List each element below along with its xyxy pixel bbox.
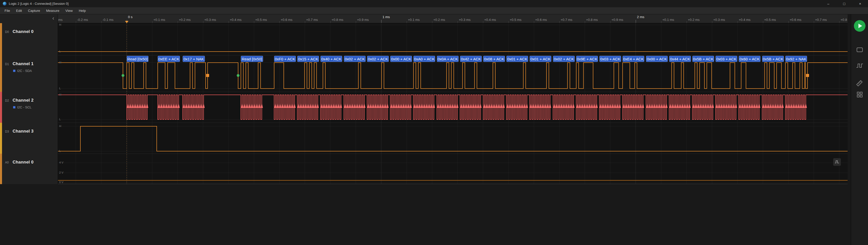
i2c-start-marker — [237, 74, 240, 77]
ruler-tick — [559, 21, 560, 23]
level-label: H — [59, 125, 61, 128]
channel-id-badge: D0 — [5, 30, 10, 34]
i2c-decode-bubble[interactable]: 0x00 + ACK — [646, 56, 668, 62]
i2c-decode-bubble[interactable]: 0x17 + NAK — [183, 56, 205, 62]
channel-sidebar: ‹ D0Channel 0D1Channel 1I2C - SDAD2Chann… — [0, 14, 58, 184]
menu-view[interactable]: View — [62, 9, 76, 12]
channel-label: D1Channel 1 — [5, 61, 33, 66]
menu-file[interactable]: File — [1, 9, 13, 12]
timeline-ruler[interactable]: -0.3 ms-0.2 ms-0.1 ms0 s+0.1 ms+0.2 ms+0… — [58, 14, 847, 23]
i2c-decode-bubble[interactable]: 0x40 + ACK — [320, 56, 342, 62]
i2c-start-marker — [122, 74, 124, 77]
analyzer-label[interactable]: I2C - SDA — [13, 69, 32, 73]
ruler-tick-label: +0.6 ms — [281, 18, 292, 22]
ruler-tick — [839, 21, 840, 23]
ruler-tick — [814, 21, 814, 23]
level-label: L — [59, 50, 61, 53]
analog-measure-button[interactable] — [833, 158, 841, 166]
channel-name: Channel 1 — [12, 61, 33, 66]
minimize-button[interactable]: – — [820, 0, 836, 7]
collapse-sidebar-icon[interactable]: ‹ — [53, 15, 54, 22]
analyzer-label[interactable]: I2C - SCL — [13, 105, 31, 109]
ruler-tick-label: 2 ms — [637, 15, 644, 19]
i2c-decode-bubble[interactable]: 0x44 + ACK — [669, 56, 691, 62]
ruler-tick-label: +0.3 ms — [713, 18, 725, 22]
menu-measure[interactable]: Measure — [43, 9, 62, 12]
level-label: 2 V — [59, 171, 63, 174]
ruler-tick-label: +0.3 ms — [459, 18, 471, 22]
ruler-tick-label: 0 s — [128, 15, 132, 19]
waveform-area[interactable]: -0.3 ms-0.2 ms-0.1 ms0 s+0.1 ms+0.2 ms+0… — [58, 14, 847, 184]
trigger-marker-icon[interactable] — [125, 21, 128, 23]
ruler-tick-label: +0.8 ms — [586, 18, 598, 22]
i2c-decode-bubble[interactable]: 0xEE + ACK — [158, 56, 180, 62]
i2c-decode-bubble[interactable]: 0x08 + ACK — [483, 56, 505, 62]
menu-capture[interactable]: Capture — [25, 9, 43, 12]
ruler-tick — [432, 21, 432, 23]
window-title: Logic 2 [Logic 4 - Connected] [Session 0… — [9, 2, 68, 5]
extensions-icon[interactable] — [856, 90, 864, 99]
i2c-decode-bubble[interactable]: 0x0A + ACK — [437, 56, 459, 62]
ruler-tick-label: 1 ms — [382, 15, 390, 19]
ruler-tick — [712, 21, 712, 23]
menu-edit[interactable]: Edit — [13, 9, 25, 12]
ruler-tick-label: +0.1 ms — [662, 18, 674, 22]
i2c-decode-bubble[interactable]: 0x03 + ACK — [599, 56, 621, 62]
start-capture-button[interactable] — [854, 20, 866, 32]
i2c-decode-bubble[interactable]: 0xF0 + ACK — [274, 56, 296, 62]
channel-name: Channel 0 — [12, 29, 33, 34]
channel-row-A0[interactable]: A0Channel 0 — [0, 154, 58, 184]
channel-row-D0[interactable]: D0Channel 0 — [0, 23, 58, 55]
ruler-tick-label: +0.5 ms — [255, 18, 267, 22]
i2c-decode-bubble[interactable]: 0x9E + ACK — [576, 56, 598, 62]
ruler-tick — [508, 21, 509, 23]
level-label: L — [59, 118, 61, 121]
channel-color-strip — [0, 123, 2, 154]
i2c-decode-bubble[interactable]: 0x02 + ACK — [367, 56, 389, 62]
ruler-tick-label: +0.2 ms — [179, 18, 191, 22]
i2c-decode-bubble[interactable]: 0x01 + ACK — [530, 56, 551, 62]
i2c-decode-bubble[interactable]: 0x92 + NAK — [785, 56, 807, 62]
ruler-tick-label: +0.5 ms — [510, 18, 522, 22]
ruler-tick — [407, 21, 407, 23]
i2c-decode-bubble[interactable]: 0x01 + ACK — [506, 56, 528, 62]
channel-id-badge: D3 — [5, 130, 10, 133]
maximize-button[interactable]: □ — [836, 0, 852, 7]
ruler-tick — [330, 21, 331, 23]
ruler-tick-label: -0.2 ms — [77, 18, 88, 22]
i2c-decode-bubble[interactable]: 0x02 + ACK — [553, 56, 575, 62]
play-icon — [859, 24, 862, 28]
analyzer-color-icon — [13, 106, 16, 108]
level-label: L — [59, 149, 61, 152]
i2c-decode-bubble[interactable]: Read [0x50] — [127, 56, 148, 62]
ruler-tick-label: +0.6 ms — [535, 18, 547, 22]
i2c-decode-bubble[interactable]: 0x5B + ACK — [692, 56, 714, 62]
analyzers-icon[interactable] — [856, 61, 864, 70]
ruler-tick-label: +0.3 ms — [204, 18, 216, 22]
i2c-decode-bubble[interactable]: 0x15 + ACK — [297, 56, 319, 62]
menu-help[interactable]: Help — [76, 9, 89, 12]
i2c-decode-bubble[interactable]: 0x5B + ACK — [762, 56, 784, 62]
i2c-decode-bubble[interactable]: 0xA0 + ACK — [413, 56, 435, 62]
channel-row-D2[interactable]: D2Channel 2I2C - SCL — [0, 92, 58, 123]
ruler-tick-label: +0.1 ms — [408, 18, 420, 22]
i2c-decode-bubble[interactable]: 0x60 + ACK — [739, 56, 761, 62]
ruler-tick — [381, 20, 381, 23]
channel-color-strip — [0, 23, 2, 55]
i2c-decode-bubble[interactable]: Read [0x50] — [241, 56, 263, 62]
waveform-canvas[interactable] — [58, 14, 847, 184]
i2c-decode-bubble[interactable]: 0x02 + ACK — [344, 56, 366, 62]
ruler-tick — [763, 21, 763, 23]
ruler-tick-label: +0.4 ms — [484, 18, 496, 22]
channel-row-D3[interactable]: D3Channel 3 — [0, 123, 58, 154]
i2c-decode-bubble[interactable]: 0x00 + ACK — [390, 56, 412, 62]
i2c-decode-bubble[interactable]: 0x03 + ACK — [716, 56, 737, 62]
measurements-icon[interactable] — [856, 79, 864, 87]
i2c-decode-bubble[interactable]: 0x42 + ACK — [460, 56, 482, 62]
close-button[interactable]: × — [852, 0, 868, 7]
i2c-decode-bubble[interactable]: 0xE4 + ACK — [623, 56, 644, 62]
ruler-tick — [458, 21, 458, 23]
device-icon[interactable] — [856, 45, 864, 54]
channel-color-strip — [0, 55, 2, 92]
channel-row-D1[interactable]: D1Channel 1I2C - SDA — [0, 55, 58, 92]
